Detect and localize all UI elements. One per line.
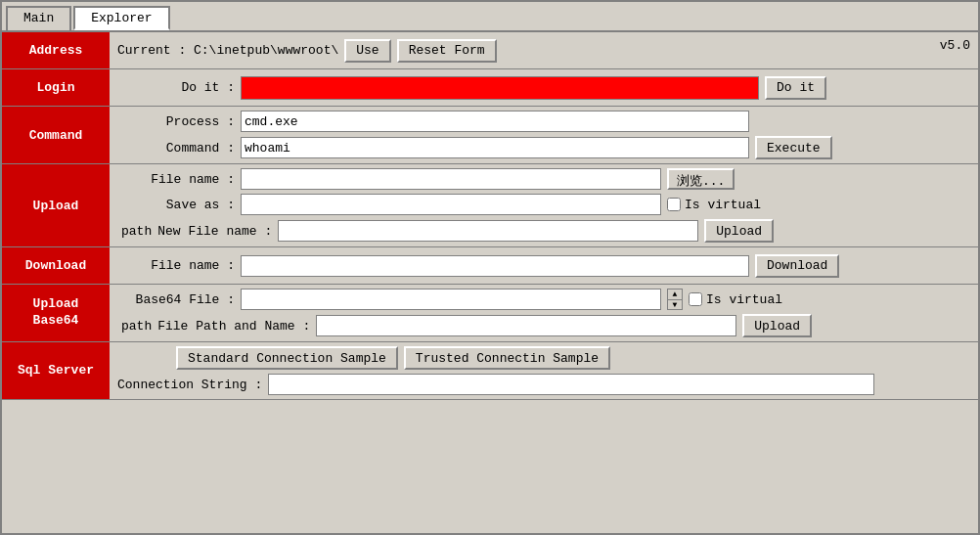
download-file-name-label: File name : [117,258,235,273]
command-input[interactable] [241,137,749,158]
connection-string-label: Connection String : [117,378,262,392]
path-label-upload: path [117,224,152,239]
command-content: Process : Command : Execute [110,107,978,163]
base64-is-virtual-label: Is virtual [706,292,782,307]
do-it-button[interactable]: Do it [765,76,826,100]
execute-button[interactable]: Execute [755,136,832,159]
address-current-text: Current : C:\inetpub\wwwroot\ [117,43,338,58]
command-label: Command [2,107,110,163]
download-file-input[interactable] [241,255,749,277]
sql-server-section: Sql Server Standard Connection Sample Tr… [2,342,978,400]
spinner[interactable]: ▲ ▼ [667,289,683,310]
sql-server-content: Standard Connection Sample Trusted Conne… [110,342,978,399]
new-file-name-label: New File name : [157,224,272,239]
download-content: File name : Download [110,247,978,284]
tab-main[interactable]: Main [6,6,71,30]
main-content: v5.0 Address Current : C:\inetpub\wwwroo… [2,32,978,533]
address-label: Address [2,32,110,68]
download-filename-row: File name : Download [117,254,970,278]
do-it-label: Do it : [117,80,235,95]
base64-file-label: Base64 File : [117,292,235,307]
tab-bar: Main Explorer [2,2,978,32]
base64-file-input[interactable] [241,289,661,310]
spinner-down[interactable]: ▼ [668,300,682,310]
upload-content: File name : 浏览... Save as : Is virtual p… [110,164,978,246]
base64-is-virtual-row: Is virtual [689,292,782,307]
login-content: Do it : Do it [110,69,978,106]
base64-filepath-row: path File Path and Name : Upload [117,314,970,337]
main-window: Main Explorer v5.0 Address Current : C:\… [0,0,980,535]
base64-upload-button[interactable]: Upload [742,314,812,337]
save-as-label: Save as : [117,198,235,212]
base64-file-row: Base64 File : ▲ ▼ Is virtual [117,289,970,310]
upload-file-input[interactable] [241,168,661,190]
trusted-connection-button[interactable]: Trusted Connectin Sample [404,346,610,370]
is-virtual-checkbox[interactable] [667,198,681,211]
login-row: Do it : Do it [117,76,970,100]
sql-sample-row: Standard Connection Sample Trusted Conne… [117,346,970,370]
login-section: Login Do it : Do it [2,69,978,107]
file-path-and-name-label: File Path and Name : [157,319,310,334]
upload-saveas-row: Save as : Is virtual [117,194,970,215]
upload-button[interactable]: Upload [704,219,774,243]
save-as-input[interactable] [241,194,661,215]
connection-string-input[interactable] [268,374,874,395]
upload-filename-row: File name : 浏览... [117,168,970,190]
login-input[interactable] [241,76,759,100]
base64-is-virtual-checkbox[interactable] [689,292,702,306]
login-label: Login [2,69,110,106]
reset-form-button[interactable]: Reset Form [397,39,497,63]
process-row: Process : [117,111,970,132]
download-section: Download File name : Download [2,247,978,285]
upload-file-name-label: File name : [117,172,235,187]
is-virtual-label: Is virtual [685,198,761,212]
sql-server-label: Sql Server [2,342,110,399]
upload-base64-label: Upload Base64 [2,285,110,341]
command-section: Command Process : Command : Execute [2,107,978,164]
path-label-base64: path [117,319,152,334]
standard-connection-button[interactable]: Standard Connection Sample [176,346,398,370]
command-row: Command : Execute [117,136,970,159]
download-button[interactable]: Download [755,254,839,278]
browse-button[interactable]: 浏览... [667,168,735,190]
upload-section: Upload File name : 浏览... Save as : Is vi… [2,164,978,247]
address-row: Current : C:\inetpub\wwwroot\ Use Reset … [117,36,970,65]
address-content: Current : C:\inetpub\wwwroot\ Use Reset … [110,32,978,68]
sql-connection-string-row: Connection String : [117,374,970,395]
new-file-name-input[interactable] [278,220,698,242]
upload-newfilename-row: path New File name : Upload [117,219,970,243]
version-label: v5.0 [940,38,970,53]
download-label: Download [2,247,110,284]
spinner-up[interactable]: ▲ [668,290,682,300]
tab-explorer[interactable]: Explorer [73,6,169,30]
process-input[interactable] [241,111,749,132]
upload-base64-content: Base64 File : ▲ ▼ Is virtual path File P… [110,285,978,341]
is-virtual-row: Is virtual [667,198,761,212]
upload-base64-section: Upload Base64 Base64 File : ▲ ▼ Is virtu… [2,285,978,342]
use-button[interactable]: Use [344,39,390,63]
base64-filepath-input[interactable] [316,315,736,336]
upload-label: Upload [2,164,110,246]
address-section: Address Current : C:\inetpub\wwwroot\ Us… [2,32,978,69]
process-label: Process : [117,114,235,129]
command-field-label: Command : [117,141,235,156]
